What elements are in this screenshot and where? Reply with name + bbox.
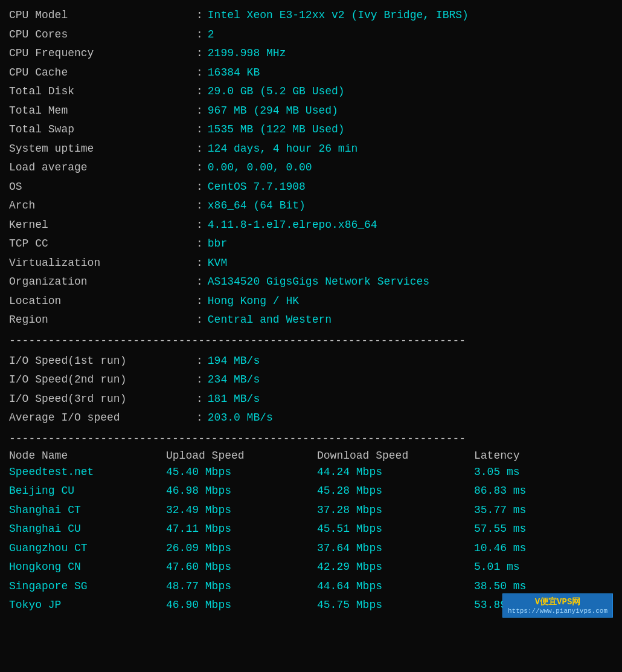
total-disk-value: 29.0 GB (5.2 GB Used) (208, 82, 345, 102)
io1-label: I/O Speed(1st run) (9, 352, 196, 371)
network-upload: 48.77 Mbps (166, 577, 317, 596)
network-row: Beijing CU 46.98 Mbps 45.28 Mbps 86.83 m… (9, 482, 613, 501)
network-node: Singapore SG (9, 577, 166, 596)
network-latency: 35.77 ms (474, 501, 565, 520)
cpu-cache-value: 16384 KB (208, 63, 260, 83)
total-swap-row: Total Swap : 1535 MB (122 MB Used) (9, 120, 613, 140)
network-upload: 46.90 Mbps (166, 596, 317, 615)
network-upload: 32.49 Mbps (166, 501, 317, 520)
network-table-header: Node Name Upload Speed Download Speed La… (9, 450, 613, 462)
location-row: Location : Hong Kong / HK (9, 292, 613, 311)
divider-2: ----------------------------------------… (9, 433, 613, 445)
network-download: 42.29 Mbps (317, 558, 474, 577)
network-upload: 47.11 Mbps (166, 520, 317, 539)
arch-value: x86_64 (64 Bit) (208, 196, 306, 216)
tcp-cc-value: bbr (208, 234, 227, 254)
cpu-model-label: CPU Model (9, 6, 196, 25)
header-node: Node Name (9, 450, 166, 462)
tcp-cc-row: TCP CC : bbr (9, 234, 613, 254)
kernel-row: Kernel : 4.11.8-1.el7.elrepo.x86_64 (9, 216, 613, 235)
load-average-row: Load average : 0.00, 0.00, 0.00 (9, 158, 613, 178)
network-row: Shanghai CU 47.11 Mbps 45.51 Mbps 57.55 … (9, 520, 613, 539)
total-swap-value: 1535 MB (122 MB Used) (208, 120, 345, 140)
network-upload: 45.40 Mbps (166, 463, 317, 482)
tcp-cc-label: TCP CC (9, 234, 196, 254)
os-row: OS : CentOS 7.7.1908 (9, 178, 613, 197)
location-label: Location (9, 292, 196, 311)
cpu-freq-row: CPU Frequency : 2199.998 MHz (9, 44, 613, 63)
total-mem-row: Total Mem : 967 MB (294 MB Used) (9, 102, 613, 121)
io2-row: I/O Speed(2nd run) : 234 MB/s (9, 370, 613, 390)
io3-row: I/O Speed(3rd run) : 181 MB/s (9, 390, 613, 409)
location-value: Hong Kong / HK (208, 292, 299, 311)
os-label: OS (9, 178, 196, 197)
network-row: Guangzhou CT 26.09 Mbps 37.64 Mbps 10.46… (9, 539, 613, 558)
io-avg-label: Average I/O speed (9, 409, 196, 428)
network-download: 45.28 Mbps (317, 482, 474, 501)
organization-label: Organization (9, 273, 196, 292)
network-node: Shanghai CU (9, 520, 166, 539)
cpu-cache-label: CPU Cache (9, 63, 196, 83)
network-download: 45.51 Mbps (317, 520, 474, 539)
network-row: Hongkong CN 47.60 Mbps 42.29 Mbps 5.01 m… (9, 558, 613, 577)
network-node: Beijing CU (9, 482, 166, 501)
network-node: Shanghai CT (9, 501, 166, 520)
io-avg-value: 203.0 MB/s (208, 409, 273, 428)
network-download: 37.28 Mbps (317, 501, 474, 520)
network-latency: 10.46 ms (474, 539, 565, 558)
network-download: 45.75 Mbps (317, 596, 474, 615)
region-value: Central and Western (208, 311, 332, 330)
region-row: Region : Central and Western (9, 311, 613, 330)
total-swap-label: Total Swap (9, 120, 196, 140)
network-row: Speedtest.net 45.40 Mbps 44.24 Mbps 3.05… (9, 463, 613, 482)
io2-label: I/O Speed(2nd run) (9, 370, 196, 390)
cpu-model-row: CPU Model : Intel Xeon E3-12xx v2 (Ivy B… (9, 6, 613, 25)
header-latency: Latency (474, 450, 565, 462)
os-value: CentOS 7.7.1908 (208, 178, 306, 197)
network-latency: 86.83 ms (474, 482, 565, 501)
cpu-freq-label: CPU Frequency (9, 44, 196, 63)
network-node: Hongkong CN (9, 558, 166, 577)
cpu-cores-row: CPU Cores : 2 (9, 25, 613, 45)
network-row: Shanghai CT 32.49 Mbps 37.28 Mbps 35.77 … (9, 501, 613, 520)
cpu-cache-row: CPU Cache : 16384 KB (9, 63, 613, 83)
io2-value: 234 MB/s (208, 370, 260, 390)
kernel-value: 4.11.8-1.el7.elrepo.x86_64 (208, 216, 377, 235)
virtualization-value: KVM (208, 254, 227, 273)
virtualization-label: Virtualization (9, 254, 196, 273)
arch-label: Arch (9, 196, 196, 216)
io1-value: 194 MB/s (208, 352, 260, 371)
network-node: Speedtest.net (9, 463, 166, 482)
network-upload: 46.98 Mbps (166, 482, 317, 501)
total-disk-row: Total Disk : 29.0 GB (5.2 GB Used) (9, 82, 613, 102)
badge-url: https://www.pianyivps.com (508, 607, 608, 615)
network-download: 37.64 Mbps (317, 539, 474, 558)
badge-title: V便宜VPS网 (508, 596, 608, 607)
load-average-label: Load average (9, 158, 196, 178)
network-node: Guangzhou CT (9, 539, 166, 558)
system-info: CPU Model : Intel Xeon E3-12xx v2 (Ivy B… (9, 6, 613, 330)
io-section: I/O Speed(1st run) : 194 MB/s I/O Speed(… (9, 352, 613, 428)
system-uptime-value: 124 days, 4 hour 26 min (208, 140, 357, 159)
io-avg-row: Average I/O speed : 203.0 MB/s (9, 409, 613, 428)
network-download: 44.24 Mbps (317, 463, 474, 482)
network-latency: 57.55 ms (474, 520, 565, 539)
arch-row: Arch : x86_64 (64 Bit) (9, 196, 613, 216)
divider-1: ----------------------------------------… (9, 335, 613, 347)
total-mem-label: Total Mem (9, 102, 196, 121)
total-disk-label: Total Disk (9, 82, 196, 102)
network-download: 44.64 Mbps (317, 577, 474, 596)
badge: V便宜VPS网 https://www.pianyivps.com (502, 593, 613, 618)
network-upload: 47.60 Mbps (166, 558, 317, 577)
network-upload: 26.09 Mbps (166, 539, 317, 558)
network-section: Node Name Upload Speed Download Speed La… (9, 450, 613, 615)
system-uptime-label: System uptime (9, 140, 196, 159)
header-download: Download Speed (317, 450, 474, 462)
region-label: Region (9, 311, 196, 330)
organization-value: AS134520 GigsGigs Network Services (208, 273, 429, 292)
cpu-model-value: Intel Xeon E3-12xx v2 (Ivy Bridge, IBRS) (208, 6, 469, 25)
load-average-value: 0.00, 0.00, 0.00 (208, 158, 312, 178)
network-latency: 3.05 ms (474, 463, 565, 482)
io1-row: I/O Speed(1st run) : 194 MB/s (9, 352, 613, 371)
network-rows: Speedtest.net 45.40 Mbps 44.24 Mbps 3.05… (9, 463, 613, 615)
